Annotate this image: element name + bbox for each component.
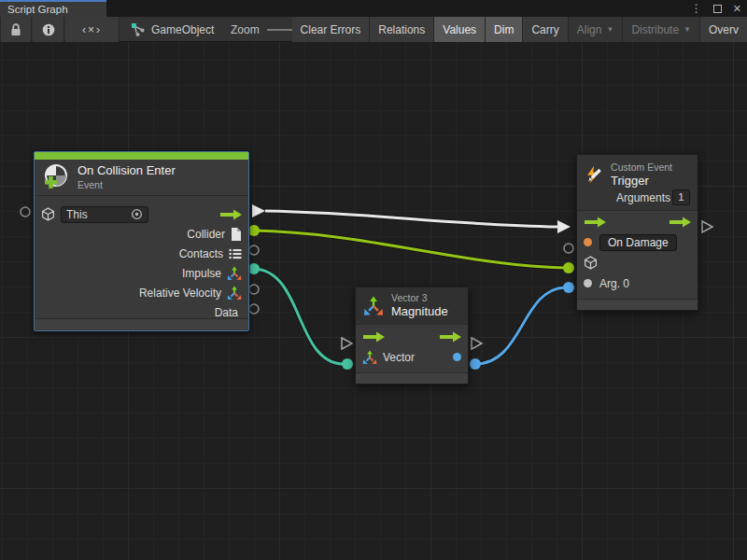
port-impulse-out[interactable]: [248, 263, 260, 274]
toolbar-buttons: Clear Errors Relations Values Dim Carry …: [292, 17, 747, 42]
flow-row: [577, 212, 698, 231]
wire-magnitude-outline: [475, 287, 565, 364]
node-on-collision-enter[interactable]: On Collision Enter Event This: [34, 151, 249, 331]
overview-button[interactable]: Overv: [700, 17, 747, 42]
string-port-dot: [584, 238, 592, 246]
float-output-port[interactable]: [453, 353, 461, 361]
arguments-count-field[interactable]: 1: [672, 189, 690, 205]
node-kind: Vector 3: [391, 292, 448, 304]
target-row: [577, 253, 698, 273]
context-label: GameObject: [151, 23, 214, 36]
flow-out-arrow-icon[interactable]: [669, 217, 691, 228]
node-trigger-custom-event[interactable]: Custom Event Trigger Arguments 1: [576, 154, 698, 311]
port-collider-out[interactable]: [248, 225, 260, 236]
node-magnitude[interactable]: Vector 3 Magnitude: [355, 287, 469, 385]
values-toggle[interactable]: Values: [434, 17, 486, 42]
window-controls: ⋮ ✕: [691, 0, 741, 17]
node-subtitle: Event: [78, 179, 176, 191]
clear-errors-button[interactable]: Clear Errors: [292, 17, 371, 42]
align-dropdown[interactable]: Align ▼: [569, 17, 624, 42]
gameobject-icon: [131, 22, 146, 37]
cube-icon: [41, 207, 55, 221]
node-footer: [577, 299, 698, 310]
arguments-row: Arguments 1: [577, 188, 698, 210]
node-header[interactable]: Custom Event Trigger Arguments 1: [577, 155, 698, 211]
event-name-field[interactable]: On Damage: [599, 234, 677, 251]
node-footer: [35, 318, 248, 330]
node-footer: [356, 372, 468, 384]
node-title: Magnitude: [391, 304, 448, 319]
graph-canvas[interactable]: On Collision Enter Event This: [0, 42, 747, 560]
node-title: On Collision Enter: [78, 163, 176, 178]
collision-event-icon: [42, 163, 70, 191]
flow-in-arrow-icon[interactable]: [362, 331, 385, 343]
close-icon[interactable]: ✕: [733, 3, 741, 15]
port-magnitude-flow-out[interactable]: [472, 338, 482, 349]
kebab-menu-icon[interactable]: ⋮: [691, 2, 702, 15]
node-header[interactable]: Vector 3 Magnitude: [356, 287, 468, 325]
flow-out-arrow-icon[interactable]: [219, 209, 242, 220]
port-trigger-flow-out[interactable]: [702, 221, 712, 232]
info-icon: [42, 23, 55, 36]
lock-button[interactable]: [0, 17, 32, 42]
port-arg0-in[interactable]: [563, 282, 574, 293]
port-magnitude-out[interactable]: [470, 358, 481, 370]
port-contacts-out[interactable]: [249, 245, 259, 255]
target-row: This: [35, 204, 248, 224]
vector3-icon: [363, 296, 384, 316]
target-field[interactable]: This: [61, 206, 148, 223]
vector3-icon: [362, 350, 377, 365]
node-title: Trigger: [611, 174, 649, 188]
code-brackets-icon: ‹×›: [82, 23, 102, 36]
toolbar: ‹×› GameObject Zoom 1x Clear Errors Rela…: [0, 17, 747, 42]
chevron-down-icon: ▼: [606, 25, 613, 34]
edit-source-button[interactable]: ‹×›: [65, 17, 120, 42]
event-name-row: On Damage: [577, 232, 698, 252]
carry-toggle[interactable]: Carry: [523, 17, 568, 42]
maximize-icon[interactable]: [713, 5, 722, 13]
zoom-label: Zoom: [231, 23, 260, 36]
dim-toggle[interactable]: Dim: [486, 17, 523, 42]
vector3-icon: [227, 286, 242, 301]
node-kind: Custom Event: [611, 161, 672, 173]
output-row-collider: Collider: [35, 224, 248, 244]
distribute-dropdown[interactable]: Distribute ▼: [623, 17, 700, 42]
port-target-in[interactable]: [563, 262, 574, 273]
flow-in-arrow-icon[interactable]: [584, 217, 606, 228]
wire-flow[interactable]: [265, 211, 558, 227]
document-icon: [231, 228, 242, 241]
port-relative-velocity-out[interactable]: [249, 285, 259, 294]
port-data-out[interactable]: [249, 304, 259, 314]
list-icon: [229, 248, 242, 259]
event-color-strip: [35, 152, 248, 160]
output-row-impulse: Impulse: [35, 263, 248, 283]
port-flow-in-connected[interactable]: [557, 220, 571, 233]
wire-collider[interactable]: [254, 231, 565, 268]
lock-icon: [10, 23, 21, 36]
relations-button[interactable]: Relations: [370, 17, 434, 42]
chevron-down-icon: ▼: [684, 25, 691, 34]
wire-impulse[interactable]: [254, 269, 343, 364]
tab-title: Script Graph: [7, 4, 68, 15]
flow-row: [356, 327, 468, 346]
flow-out-arrow-icon[interactable]: [439, 331, 461, 343]
custom-event-icon: [585, 162, 603, 187]
graph-context[interactable]: GameObject: [131, 17, 214, 42]
port-this-in[interactable]: [21, 207, 30, 217]
vector3-icon: [227, 266, 242, 281]
port-magnitude-flow-in[interactable]: [342, 338, 352, 349]
cube-icon: [584, 256, 598, 270]
tab-script-graph[interactable]: Script Graph: [0, 0, 106, 17]
port-flow-out-connected[interactable]: [252, 204, 265, 217]
input-row-vector: Vector: [356, 347, 468, 367]
output-row-contacts: Contacts: [35, 244, 248, 263]
arguments-label: Arguments: [616, 191, 670, 204]
port-vector-in[interactable]: [342, 358, 353, 370]
port-event-name-in[interactable]: [564, 244, 573, 253]
object-picker-icon[interactable]: [131, 208, 143, 220]
output-row-relative-velocity: Relative Velocity: [35, 283, 248, 302]
info-button[interactable]: [33, 17, 64, 42]
arg0-row: Arg. 0: [577, 273, 698, 293]
node-header[interactable]: On Collision Enter Event: [35, 160, 248, 196]
tab-bar: Script Graph ⋮ ✕: [0, 0, 747, 17]
